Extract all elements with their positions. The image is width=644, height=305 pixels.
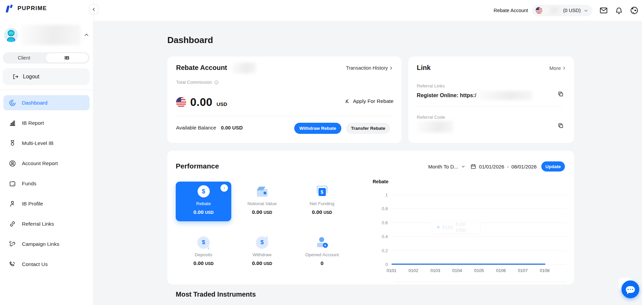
referral-link-redacted — [477, 91, 533, 100]
metric-tile-rebate[interactable]: Rebate 0.00 USD — [176, 182, 231, 221]
y-axis-tick: 0.6 — [368, 220, 388, 225]
sidebar-item-account-report[interactable]: Account Report — [3, 156, 90, 171]
sidebar-item-label: IB Report — [22, 120, 44, 126]
person-circle-icon — [9, 160, 16, 167]
y-axis-tick: 0.2 — [368, 248, 388, 253]
chevron-up-icon[interactable] — [83, 32, 90, 38]
more-link[interactable]: More — [549, 65, 567, 71]
sidebar-item-label: Referral Links — [22, 221, 54, 227]
sidebar-item-ib-report[interactable]: IB Report — [3, 115, 90, 130]
mail-icon[interactable] — [599, 6, 608, 15]
chart-gridline — [392, 251, 566, 251]
top-bar: Rebate Account (0 USD) — [94, 0, 644, 21]
referral-code-label: Referral Code — [417, 115, 445, 120]
sidebar-item-ib-profile[interactable]: IB Profile — [3, 196, 90, 211]
calendar-icon — [470, 163, 476, 169]
date-separator: - — [507, 164, 509, 169]
user-name-redacted — [20, 25, 81, 45]
sidebar-item-label: Campaign Links — [22, 241, 59, 247]
update-button[interactable]: Update — [541, 161, 565, 171]
sidebar: PUPRIME Client IB Logout — [0, 0, 94, 305]
info-icon[interactable] — [214, 80, 219, 85]
sidebar-collapse-button[interactable] — [89, 4, 98, 14]
metric-tile-notional-value[interactable]: Notional Value 0.00 USD — [234, 182, 290, 221]
chart-bottom-divider — [395, 282, 566, 282]
chevron-down-icon — [583, 8, 588, 13]
date-from: 01/01/2026 — [479, 164, 504, 169]
metric-tile-withdraw[interactable]: Withdraw 0.00 USD — [234, 233, 290, 272]
tile-label: Deposits — [195, 252, 212, 257]
sidebar-item-funds[interactable]: Funds — [3, 176, 90, 191]
tile-arrow-icon[interactable] — [221, 184, 228, 192]
sidebar-item-referral-links[interactable]: Referral Links — [3, 216, 90, 231]
wallet-icon — [9, 180, 16, 187]
language-globe-icon[interactable] — [630, 6, 639, 15]
app-root: PUPRIME Client IB Logout — [0, 0, 644, 305]
toggle-client[interactable]: Client — [3, 55, 45, 61]
broken-link-icon — [9, 240, 16, 248]
chat-button[interactable] — [621, 280, 639, 298]
user-profile[interactable] — [4, 24, 90, 46]
sidebar-item-label: IB Profile — [22, 201, 43, 207]
x-axis-tick: 0105 — [474, 268, 484, 273]
puprime-logo-icon — [5, 3, 15, 13]
date-to: 08/01/2026 — [511, 164, 537, 169]
date-range-picker[interactable]: 01/01/2026 - 08/01/2026 — [470, 163, 537, 169]
chart-series-line — [392, 264, 545, 265]
referral-code-redacted — [417, 121, 453, 132]
tile-label: Opened Account — [305, 252, 339, 257]
link-card-title: Link — [417, 64, 431, 72]
avatar — [4, 28, 18, 42]
notifications-bell-icon[interactable] — [615, 6, 623, 15]
sidebar-item-label: Dashboard — [22, 100, 47, 106]
copy-referral-link-icon[interactable] — [557, 91, 564, 97]
sidebar-item-campaign-links[interactable]: Campaign Links — [3, 236, 90, 252]
card-divider — [417, 106, 562, 106]
withdraw-rebate-button[interactable]: Withdraw Rebate — [294, 123, 341, 134]
metric-tile-deposits[interactable]: Deposits 0.00 USD — [176, 233, 231, 272]
transaction-history-link[interactable]: Transaction History — [346, 65, 394, 71]
rebate-account-card: Rebate Account Transaction History Total… — [167, 56, 402, 143]
x-axis-tick: 0106 — [496, 268, 506, 273]
dollar-coin-icon — [198, 185, 210, 197]
copy-referral-code-icon[interactable] — [557, 122, 564, 129]
card-divider — [176, 116, 393, 116]
tile-label: Net Funding — [310, 201, 335, 206]
us-flag-icon — [536, 7, 542, 14]
tile-label: Rebate — [196, 201, 211, 206]
sidebar-item-multi-level-ib[interactable]: Multi-Level IB — [3, 136, 90, 151]
chart-tooltip: 0102 0.00 USD — [433, 221, 480, 233]
total-commission-row: Total Commission — [176, 80, 219, 85]
sidebar-item-dashboard[interactable]: Dashboard — [3, 95, 90, 110]
metric-tile-opened-account[interactable]: Opened Account 0 — [294, 233, 350, 272]
sidebar-item-contact-us[interactable]: Contact Us — [3, 257, 90, 272]
period-preset-value: Month To D... — [428, 164, 458, 169]
performance-title: Performance — [176, 162, 219, 170]
transfer-rebate-button[interactable]: Transfer Rebate — [346, 123, 390, 134]
wallet-icon — [257, 189, 268, 197]
available-balance: Available Balance 0.00 USD — [176, 125, 243, 130]
commission-amount: 0.00 — [190, 96, 212, 109]
y-axis-tick: 0.4 — [368, 234, 388, 239]
apply-for-rebate-label: Apply For Rebate — [353, 98, 394, 104]
period-preset-dropdown[interactable]: Month To D... — [428, 164, 466, 169]
scrollbar-track[interactable] — [642, 21, 644, 305]
apply-for-rebate-link[interactable]: Apply For Rebate — [344, 98, 394, 104]
dollar-up-icon — [256, 236, 268, 249]
chevron-right-icon — [562, 66, 567, 71]
chevron-down-icon — [461, 164, 466, 169]
logout-button[interactable]: Logout — [3, 68, 90, 85]
toggle-ib[interactable]: IB — [45, 53, 89, 63]
add-account-icon — [316, 237, 328, 248]
account-badge-redacted — [231, 63, 256, 73]
account-number-redacted — [545, 7, 561, 13]
sidebar-item-label: Account Report — [22, 160, 58, 166]
x-axis-tick: 0104 — [452, 268, 462, 273]
metric-tile-net-funding[interactable]: Net Funding 0.00 USD — [294, 182, 350, 221]
chart-tooltip-ghost — [465, 183, 485, 209]
account-selector[interactable]: (0 USD) — [532, 5, 592, 16]
transaction-history-label: Transaction History — [346, 65, 388, 71]
tooltip-dot-icon — [437, 226, 440, 229]
brand-logo: PUPRIME — [5, 3, 47, 13]
chat-bubble-icon — [626, 286, 635, 293]
